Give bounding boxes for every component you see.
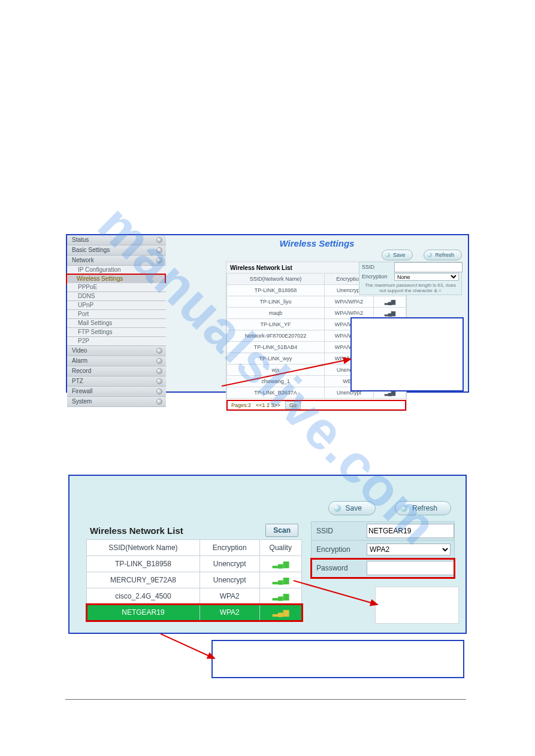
signal-icon: ▂▄▆ (273, 560, 289, 568)
pager-pages: Pages:2 (231, 401, 251, 409)
password-hint: The maximum password length is 63, does … (359, 281, 461, 294)
list-title: Wireless Network List (230, 265, 292, 271)
signal-icon: ▂▄▆ (373, 296, 406, 308)
refresh-button[interactable]: Refresh (424, 250, 462, 260)
sidebar-sub-port[interactable]: Port (67, 310, 166, 319)
sidebar-item-record[interactable]: Record (67, 366, 166, 377)
password-input[interactable] (367, 561, 454, 575)
encryption-select[interactable]: None (394, 273, 459, 281)
network-table: SSID(Network Name) Encryption Quality TP… (86, 539, 302, 621)
sidebar-sub-mail-settings[interactable]: Mail Settings (67, 319, 166, 328)
expand-icon (156, 358, 162, 364)
signal-icon: ▂▄▆ (273, 592, 289, 600)
sidebar-item-ptz[interactable]: PTZ (67, 377, 166, 387)
table-row[interactable]: TP-LINK_liyoWPA/WPA2▂▄▆ (227, 296, 406, 308)
signal-icon: ▂▄▆ (273, 608, 289, 617)
encryption-label: Encryption (359, 274, 394, 280)
sidebar-item-basic-settings[interactable]: Basic Settings (67, 245, 166, 256)
sidebar-sub-upnp[interactable]: UPnP (67, 301, 166, 310)
table-row[interactable]: MERCURY_9E72A8Unencrypt▂▄▆ (87, 572, 302, 588)
expand-icon (156, 348, 162, 354)
expand-icon (156, 378, 162, 384)
col-ssid: SSID(Network Name) (227, 274, 325, 285)
table-row[interactable]: cisco_2.4G_4500WPA2▂▄▆ (87, 588, 302, 605)
list-title: Wireless Network List (90, 526, 183, 536)
col-encryption: Encryption (200, 540, 259, 556)
expand-icon (156, 237, 162, 243)
table-row-selected[interactable]: NETGEAR19WPA2▂▄▆ (87, 605, 302, 621)
ssid-label: SSID (312, 527, 363, 535)
sidebar-item-network[interactable]: Network (67, 256, 166, 266)
pager-links[interactable]: <<1 2 3>> (256, 401, 280, 409)
scan-button[interactable]: Scan (265, 524, 298, 537)
divider (65, 699, 466, 700)
callout-box (211, 640, 464, 678)
sidebar-sub-ftp-settings[interactable]: FTP Settings (67, 328, 166, 337)
ssid-label: SSID (359, 264, 394, 270)
expand-icon (156, 399, 162, 405)
ssid-input[interactable] (394, 262, 463, 272)
pager: Pages:2 <<1 2 3>> Go (226, 400, 406, 411)
sidebar-item-system[interactable]: System (67, 397, 166, 407)
expand-icon (156, 257, 162, 263)
col-quality: Quality (259, 540, 301, 556)
password-label: Password (312, 564, 363, 572)
encryption-label: Encryption (312, 545, 363, 554)
connection-form: SSID Encryption None The maximum passwor… (359, 262, 462, 295)
save-button[interactable]: Save (328, 501, 376, 515)
signal-icon: ▂▄▆ (273, 576, 289, 584)
sidebar-item-firewall[interactable]: Firewall (67, 387, 166, 397)
blank-area (375, 587, 459, 624)
expand-icon (156, 247, 162, 253)
sidebar: Status Basic Settings Network IP Configu… (67, 235, 167, 391)
save-button[interactable]: Save (382, 250, 413, 260)
sidebar-item-video[interactable]: Video (67, 346, 166, 356)
callout-box (350, 317, 464, 391)
sidebar-sub-ddns[interactable]: DDNS (67, 292, 166, 301)
refresh-button[interactable]: Refresh (395, 501, 451, 515)
table-row[interactable]: TP-LINK_B18958Unencrypt▂▄▆ (87, 556, 302, 572)
encryption-select[interactable]: WPA2 (367, 544, 451, 555)
pager-go-button[interactable]: Go (285, 401, 301, 409)
ssid-input[interactable] (367, 524, 454, 538)
svg-line-2 (161, 634, 214, 658)
sidebar-sub-pppoe[interactable]: PPPoE (67, 283, 166, 292)
sidebar-sub-p2p[interactable]: P2P (67, 337, 166, 346)
toolbar: Save Refresh (328, 501, 451, 515)
expand-icon (156, 388, 162, 394)
toolbar: Save Refresh (382, 250, 462, 260)
expand-icon (156, 368, 162, 374)
network-list-panel: Wireless Network List Scan SSID(Network … (86, 521, 302, 621)
col-ssid: SSID(Network Name) (87, 540, 200, 556)
connection-form: SSID Encryption WPA2 Password (311, 521, 455, 578)
sidebar-item-alarm[interactable]: Alarm (67, 356, 166, 366)
sidebar-item-status[interactable]: Status (67, 235, 166, 245)
